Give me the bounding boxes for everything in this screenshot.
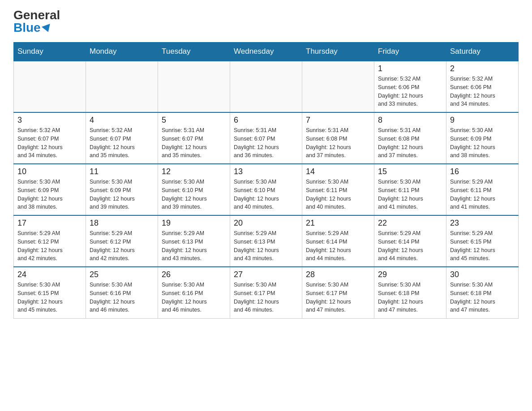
day-info: Sunrise: 5:30 AMSunset: 6:09 PMDaylight:…	[17, 178, 82, 211]
calendar-cell: 14Sunrise: 5:30 AMSunset: 6:11 PMDayligh…	[302, 164, 374, 215]
day-info: Sunrise: 5:30 AMSunset: 6:18 PMDaylight:…	[378, 281, 442, 314]
day-number: 22	[378, 218, 442, 228]
calendar-week-row: 3Sunrise: 5:32 AMSunset: 6:07 PMDaylight…	[14, 112, 519, 164]
calendar-week-row: 10Sunrise: 5:30 AMSunset: 6:09 PMDayligh…	[14, 164, 519, 215]
day-info: Sunrise: 5:30 AMSunset: 6:17 PMDaylight:…	[306, 281, 370, 314]
day-info: Sunrise: 5:29 AMSunset: 6:12 PMDaylight:…	[90, 229, 154, 263]
calendar-cell	[302, 61, 374, 112]
day-info: Sunrise: 5:30 AMSunset: 6:17 PMDaylight:…	[234, 281, 298, 314]
col-wednesday: Wednesday	[230, 43, 302, 61]
calendar-cell: 3Sunrise: 5:32 AMSunset: 6:07 PMDaylight…	[14, 112, 86, 164]
calendar-cell: 16Sunrise: 5:29 AMSunset: 6:11 PMDayligh…	[446, 164, 519, 215]
calendar-cell: 22Sunrise: 5:29 AMSunset: 6:14 PMDayligh…	[374, 215, 446, 267]
calendar-cell: 24Sunrise: 5:30 AMSunset: 6:15 PMDayligh…	[14, 267, 86, 318]
day-number: 21	[306, 218, 370, 228]
day-number: 12	[162, 167, 226, 176]
day-number: 26	[162, 270, 226, 279]
day-info: Sunrise: 5:32 AMSunset: 6:06 PMDaylight:…	[450, 75, 515, 108]
calendar-cell: 10Sunrise: 5:30 AMSunset: 6:09 PMDayligh…	[14, 164, 86, 215]
col-friday: Friday	[374, 43, 446, 61]
col-thursday: Thursday	[302, 43, 374, 61]
calendar-header-row: Sunday Monday Tuesday Wednesday Thursday…	[14, 43, 519, 61]
calendar-cell: 28Sunrise: 5:30 AMSunset: 6:17 PMDayligh…	[302, 267, 374, 318]
day-number: 30	[450, 270, 515, 279]
calendar-cell	[14, 61, 86, 112]
day-info: Sunrise: 5:32 AMSunset: 6:07 PMDaylight:…	[17, 126, 82, 160]
day-info: Sunrise: 5:29 AMSunset: 6:11 PMDaylight:…	[450, 178, 515, 211]
calendar-cell: 13Sunrise: 5:30 AMSunset: 6:10 PMDayligh…	[230, 164, 302, 215]
calendar-cell: 29Sunrise: 5:30 AMSunset: 6:18 PMDayligh…	[374, 267, 446, 318]
day-number: 24	[17, 270, 82, 279]
calendar-cell: 19Sunrise: 5:29 AMSunset: 6:13 PMDayligh…	[158, 215, 230, 267]
day-info: Sunrise: 5:30 AMSunset: 6:09 PMDaylight:…	[90, 178, 154, 211]
calendar-cell: 21Sunrise: 5:29 AMSunset: 6:14 PMDayligh…	[302, 215, 374, 267]
calendar-week-row: 1Sunrise: 5:32 AMSunset: 6:06 PMDaylight…	[14, 61, 519, 112]
calendar-cell: 2Sunrise: 5:32 AMSunset: 6:06 PMDaylight…	[446, 61, 519, 112]
day-info: Sunrise: 5:32 AMSunset: 6:07 PMDaylight:…	[90, 126, 154, 160]
day-info: Sunrise: 5:29 AMSunset: 6:13 PMDaylight:…	[162, 229, 226, 263]
calendar-cell: 6Sunrise: 5:31 AMSunset: 6:07 PMDaylight…	[230, 112, 302, 164]
day-info: Sunrise: 5:29 AMSunset: 6:12 PMDaylight:…	[17, 229, 82, 263]
logo-general-text: General	[13, 9, 60, 21]
calendar-cell: 7Sunrise: 5:31 AMSunset: 6:08 PMDaylight…	[302, 112, 374, 164]
day-info: Sunrise: 5:29 AMSunset: 6:14 PMDaylight:…	[378, 229, 442, 263]
day-number: 9	[450, 116, 515, 125]
day-info: Sunrise: 5:30 AMSunset: 6:09 PMDaylight:…	[450, 126, 515, 160]
calendar-cell: 12Sunrise: 5:30 AMSunset: 6:10 PMDayligh…	[158, 164, 230, 215]
day-number: 4	[90, 116, 154, 125]
day-info: Sunrise: 5:30 AMSunset: 6:10 PMDaylight:…	[234, 178, 298, 211]
day-number: 27	[234, 270, 298, 279]
day-number: 16	[450, 167, 515, 176]
day-number: 20	[234, 218, 298, 228]
calendar-week-row: 24Sunrise: 5:30 AMSunset: 6:15 PMDayligh…	[14, 267, 519, 318]
calendar-table: Sunday Monday Tuesday Wednesday Thursday…	[13, 42, 519, 319]
day-number: 1	[378, 64, 442, 73]
logo-blue-text: Blue	[13, 21, 51, 34]
day-number: 18	[90, 218, 154, 228]
calendar-cell	[158, 61, 230, 112]
day-number: 19	[162, 218, 226, 228]
day-info: Sunrise: 5:30 AMSunset: 6:15 PMDaylight:…	[17, 281, 82, 314]
calendar-cell: 8Sunrise: 5:31 AMSunset: 6:08 PMDaylight…	[374, 112, 446, 164]
day-number: 14	[306, 167, 370, 176]
day-number: 3	[17, 116, 82, 125]
day-number: 8	[378, 116, 442, 125]
day-number: 15	[378, 167, 442, 176]
day-info: Sunrise: 5:30 AMSunset: 6:16 PMDaylight:…	[162, 281, 226, 314]
calendar-cell: 26Sunrise: 5:30 AMSunset: 6:16 PMDayligh…	[158, 267, 230, 318]
calendar-cell: 25Sunrise: 5:30 AMSunset: 6:16 PMDayligh…	[86, 267, 158, 318]
calendar-cell	[86, 61, 158, 112]
day-number: 25	[90, 270, 154, 279]
calendar-cell	[230, 61, 302, 112]
calendar-cell: 9Sunrise: 5:30 AMSunset: 6:09 PMDaylight…	[446, 112, 519, 164]
day-info: Sunrise: 5:29 AMSunset: 6:14 PMDaylight:…	[306, 229, 370, 263]
day-info: Sunrise: 5:30 AMSunset: 6:16 PMDaylight:…	[90, 281, 154, 314]
calendar-cell: 1Sunrise: 5:32 AMSunset: 6:06 PMDaylight…	[374, 61, 446, 112]
day-number: 13	[234, 167, 298, 176]
calendar-cell: 15Sunrise: 5:30 AMSunset: 6:11 PMDayligh…	[374, 164, 446, 215]
calendar-cell: 30Sunrise: 5:30 AMSunset: 6:18 PMDayligh…	[446, 267, 519, 318]
day-number: 23	[450, 218, 515, 228]
day-info: Sunrise: 5:29 AMSunset: 6:15 PMDaylight:…	[450, 229, 515, 263]
col-saturday: Saturday	[446, 43, 519, 61]
day-info: Sunrise: 5:31 AMSunset: 6:08 PMDaylight:…	[306, 126, 370, 160]
day-number: 17	[17, 218, 82, 228]
day-info: Sunrise: 5:31 AMSunset: 6:08 PMDaylight:…	[378, 126, 442, 160]
day-info: Sunrise: 5:32 AMSunset: 6:06 PMDaylight:…	[378, 75, 442, 108]
calendar-cell: 18Sunrise: 5:29 AMSunset: 6:12 PMDayligh…	[86, 215, 158, 267]
day-number: 11	[90, 167, 154, 176]
day-number: 7	[306, 116, 370, 125]
day-info: Sunrise: 5:30 AMSunset: 6:18 PMDaylight:…	[450, 281, 515, 314]
calendar-week-row: 17Sunrise: 5:29 AMSunset: 6:12 PMDayligh…	[14, 215, 519, 267]
calendar-cell: 11Sunrise: 5:30 AMSunset: 6:09 PMDayligh…	[86, 164, 158, 215]
col-tuesday: Tuesday	[158, 43, 230, 61]
day-number: 2	[450, 64, 515, 73]
day-info: Sunrise: 5:29 AMSunset: 6:13 PMDaylight:…	[234, 229, 298, 263]
calendar-cell: 23Sunrise: 5:29 AMSunset: 6:15 PMDayligh…	[446, 215, 519, 267]
logo-triangle-icon	[42, 24, 52, 34]
calendar-cell: 17Sunrise: 5:29 AMSunset: 6:12 PMDayligh…	[14, 215, 86, 267]
day-number: 10	[17, 167, 82, 176]
day-info: Sunrise: 5:30 AMSunset: 6:11 PMDaylight:…	[306, 178, 370, 211]
day-info: Sunrise: 5:31 AMSunset: 6:07 PMDaylight:…	[162, 126, 226, 160]
day-info: Sunrise: 5:30 AMSunset: 6:10 PMDaylight:…	[162, 178, 226, 211]
